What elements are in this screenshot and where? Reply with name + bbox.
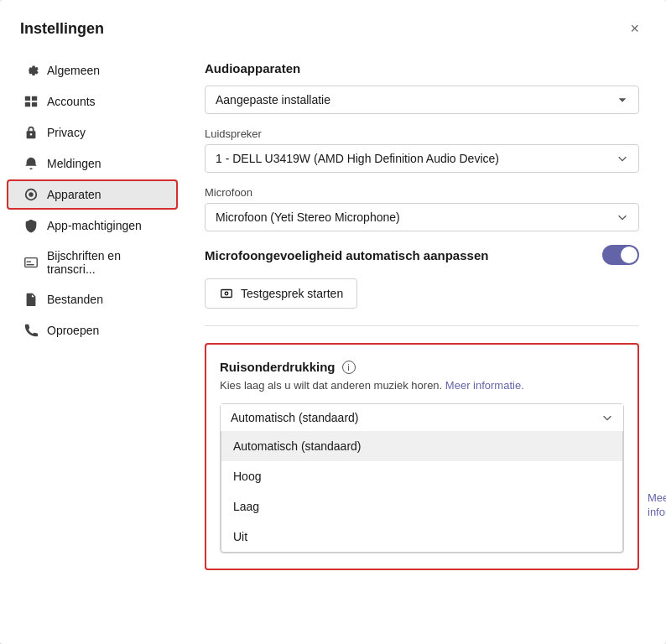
noise-chevron-icon bbox=[601, 412, 613, 423]
close-button[interactable]: × bbox=[623, 17, 646, 41]
gear-icon bbox=[23, 63, 39, 78]
test-call-button[interactable]: Testgesprek starten bbox=[205, 278, 357, 309]
file-icon bbox=[23, 292, 39, 307]
main-content: Audioapparaten Aangepaste installatie Lu… bbox=[185, 48, 666, 644]
noise-option-off[interactable]: Uit bbox=[221, 522, 622, 552]
noise-option-auto[interactable]: Automatisch (standaard) bbox=[221, 431, 622, 461]
sidebar-item-bijschriften[interactable]: Bijschriften en transcri... bbox=[7, 242, 178, 283]
sidebar-label-bijschriften: Bijschriften en transcri... bbox=[47, 249, 161, 276]
audio-dropdown-wrapper: Aangepaste installatie bbox=[205, 86, 639, 114]
sidebar-label-apparaten: Apparaten bbox=[47, 188, 101, 201]
phone-icon bbox=[23, 323, 39, 338]
svg-rect-3 bbox=[32, 102, 37, 106]
sidebar-label-accounts: Accounts bbox=[47, 95, 96, 108]
sidebar-label-oproepen: Oproepen bbox=[47, 324, 99, 337]
mic-sensitivity-toggle[interactable] bbox=[602, 245, 639, 265]
svg-rect-5 bbox=[25, 258, 37, 267]
svg-rect-2 bbox=[25, 102, 30, 106]
noise-dropdown-options: Automatisch (standaard) Hoog Laag Uit bbox=[221, 431, 623, 553]
toggle-label: Microfoongevoeligheid automatisch aanpas… bbox=[205, 248, 488, 262]
sidebar-item-apparaten[interactable]: Apparaten bbox=[7, 179, 178, 210]
noise-description: Kies laag als u wilt dat anderen muziek … bbox=[220, 379, 624, 392]
noise-title-row: Ruisonderdrukking i bbox=[220, 360, 624, 374]
sidebar-label-algemeen: Algemeen bbox=[47, 64, 100, 77]
info-icon[interactable]: i bbox=[342, 361, 356, 374]
mic-chevron-icon bbox=[617, 211, 628, 223]
noise-dropdown-value: Automatisch (standaard) bbox=[231, 411, 359, 424]
speaker-dropdown-wrapper: Luidspreker 1 - DELL U3419W (AMD High De… bbox=[205, 127, 639, 173]
sidebar-label-privacy: Privacy bbox=[47, 126, 86, 139]
sidebar-item-accounts[interactable]: Accounts bbox=[7, 86, 178, 117]
captions-icon bbox=[23, 255, 39, 270]
sidebar-item-bestanden[interactable]: Bestanden bbox=[7, 284, 178, 314]
noise-reduction-section: Ruisonderdrukking i Kies laag als u wilt… bbox=[205, 343, 639, 570]
sidebar-item-algemeen[interactable]: Algemeen bbox=[7, 55, 178, 86]
sidebar-label-bestanden: Bestanden bbox=[47, 293, 103, 306]
test-button-label: Testgesprek starten bbox=[241, 287, 343, 300]
more-info-link-inline[interactable]: Meer informatie. bbox=[445, 379, 524, 392]
shield-icon bbox=[23, 218, 39, 233]
sidebar-item-app-machtigingen[interactable]: App-machtigingen bbox=[7, 210, 178, 241]
accounts-icon bbox=[23, 94, 39, 109]
section-divider bbox=[205, 325, 639, 326]
svg-rect-8 bbox=[221, 290, 232, 298]
mic-label: Microfoon bbox=[205, 186, 639, 199]
svg-point-9 bbox=[225, 292, 228, 295]
dialog-header: Instellingen × bbox=[0, 0, 666, 48]
dialog-title: Instellingen bbox=[20, 20, 104, 38]
audio-section-title: Audioapparaten bbox=[205, 61, 639, 75]
noise-option-low[interactable]: Laag bbox=[221, 491, 622, 522]
svg-point-4 bbox=[29, 192, 33, 196]
mic-dropdown[interactable]: Microfoon (Yeti Stereo Microphone) bbox=[205, 203, 639, 231]
mic-dropdown-wrapper: Microfoon Microfoon (Yeti Stereo Microph… bbox=[205, 186, 639, 231]
sidebar-item-meldingen[interactable]: Meldingen bbox=[7, 148, 178, 179]
noise-option-high[interactable]: Hoog bbox=[221, 461, 622, 491]
speaker-dropdown[interactable]: 1 - DELL U3419W (AMD High Definition Aud… bbox=[205, 144, 639, 173]
sidebar: Algemeen Accounts Privacy Meldingen bbox=[0, 48, 185, 644]
dialog-body: Algemeen Accounts Privacy Meldingen bbox=[0, 48, 666, 644]
sidebar-item-oproepen[interactable]: Oproepen bbox=[7, 315, 178, 345]
lock-icon bbox=[23, 125, 39, 140]
speaker-chevron-icon bbox=[617, 153, 628, 164]
sidebar-item-privacy[interactable]: Privacy bbox=[7, 117, 178, 148]
noise-dropdown-selected[interactable]: Automatisch (standaard) bbox=[221, 404, 623, 431]
sidebar-label-meldingen: Meldingen bbox=[47, 157, 101, 170]
noise-title: Ruisonderdrukking bbox=[220, 360, 336, 374]
toggle-row: Microfoongevoeligheid automatisch aanpas… bbox=[205, 245, 639, 265]
bell-icon bbox=[23, 156, 39, 171]
settings-dialog: Instellingen × Algemeen Accounts bbox=[0, 0, 666, 644]
audio-dropdown-value: Aangepaste installatie bbox=[216, 93, 330, 106]
speaker-value: 1 - DELL U3419W (AMD High Definition Aud… bbox=[216, 152, 499, 165]
test-call-icon bbox=[219, 286, 234, 301]
chevron-down-icon bbox=[617, 94, 628, 106]
devices-icon bbox=[23, 187, 39, 202]
sidebar-label-app-machtigingen: App-machtigingen bbox=[47, 219, 142, 232]
audio-dropdown[interactable]: Aangepaste installatie bbox=[205, 86, 639, 114]
side-more-info-link[interactable]: Meer informatie. bbox=[648, 491, 666, 520]
speaker-label: Luidspreker bbox=[205, 127, 639, 140]
svg-rect-1 bbox=[32, 96, 37, 101]
noise-dropdown-open[interactable]: Automatisch (standaard) Automatisch (sta… bbox=[220, 403, 624, 553]
mic-value: Microfoon (Yeti Stereo Microphone) bbox=[216, 210, 400, 224]
svg-rect-0 bbox=[25, 96, 30, 101]
